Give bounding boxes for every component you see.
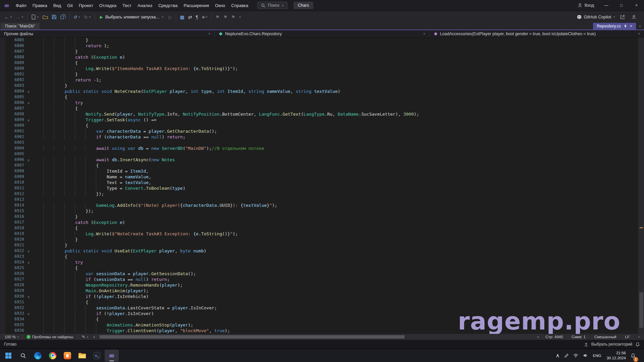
vertical-scrollbar[interactable] xyxy=(638,38,644,334)
code-line[interactable]: 6892 return -1; xyxy=(0,77,644,83)
new-file-button[interactable]: ∨ xyxy=(30,12,41,21)
code-line[interactable]: 6929 Main.OnAntiAnim(player); xyxy=(0,288,644,294)
code-line[interactable]: 6925 { xyxy=(0,265,644,271)
live-share-button[interactable] xyxy=(630,12,638,21)
open-file-button[interactable] xyxy=(41,12,50,21)
fold-chevron-icon[interactable]: ∨ xyxy=(24,100,33,106)
notification-center-button[interactable]: 1 xyxy=(629,351,638,361)
code-line[interactable]: 6923 { xyxy=(0,254,644,260)
code-line[interactable]: 6919 Log.Write($"NoteCreate Task#3 Excep… xyxy=(0,231,644,237)
fold-chevron-icon[interactable]: ∨ xyxy=(24,260,33,265)
column-indicator[interactable]: Симв: 1 xyxy=(567,334,590,340)
code-line[interactable]: 6889 { xyxy=(0,60,644,66)
code-line[interactable]: 6908 ItemId = ItemId, xyxy=(0,169,644,174)
code-line[interactable]: 6911 Type = Convert.ToBoolean(type) xyxy=(0,186,644,191)
start-button[interactable] xyxy=(1,350,15,362)
github-copilot-button[interactable]: GitHub Copilot ∨ xyxy=(577,14,615,20)
solution-view-button[interactable]: ▦ xyxy=(178,12,186,21)
menu-item[interactable]: Окно xyxy=(212,0,228,11)
code-line[interactable]: 6907 { xyxy=(0,163,644,169)
code-line[interactable]: 6912 }); xyxy=(0,191,644,197)
menu-item[interactable]: Расширения xyxy=(180,0,212,11)
line-ending-mode-indicator[interactable]: Смешанный xyxy=(590,334,621,340)
code-line[interactable]: 6927 if (sessionData == null) return; xyxy=(0,277,644,283)
navigate-back-button[interactable]: ←∨ xyxy=(3,12,14,21)
code-line[interactable]: 6918 { xyxy=(0,226,644,231)
close-button[interactable]: × xyxy=(629,0,644,11)
code-line[interactable]: 6914 GameLog.AddInfo($"(Note) player({ch… xyxy=(0,203,644,208)
member-dropdown[interactable]: LoadAccessories(ExtPlayer player, bool g… xyxy=(430,30,644,37)
split-window-button[interactable]: ▫ xyxy=(634,334,644,340)
code-line[interactable]: 6899∨ Trigger.SetTask(async () => xyxy=(0,117,644,123)
taskbar-search-button[interactable] xyxy=(16,350,30,362)
code-line[interactable]: 6926 var sessionData = player.GetSession… xyxy=(0,271,644,277)
code-line[interactable]: 6886 return 1; xyxy=(0,43,644,49)
code-line[interactable]: 6888 catch (Exception e) xyxy=(0,55,644,60)
menu-item[interactable]: Вид xyxy=(50,0,64,11)
line-indicator[interactable]: Стр: 4945 xyxy=(541,334,567,340)
code-line[interactable]: 6902 if (characterData == null) return; xyxy=(0,134,644,140)
menu-item[interactable]: Справка xyxy=(228,0,251,11)
notifications-bell-icon[interactable] xyxy=(635,342,640,347)
code-line[interactable]: 6915 }); xyxy=(0,208,644,214)
close-tab-icon[interactable]: × xyxy=(630,24,632,28)
document-tab-active[interactable]: Repository.cs × xyxy=(593,23,636,29)
code-line[interactable]: 6897 { xyxy=(0,106,644,112)
code-line[interactable]: 6896∨ try xyxy=(0,100,644,106)
code-line[interactable]: 6931 { xyxy=(0,300,644,305)
vertical-scrollbar-thumb[interactable] xyxy=(639,292,643,328)
navigate-forward-button[interactable]: →∨ xyxy=(14,12,25,21)
fold-chevron-icon[interactable]: ∨ xyxy=(24,89,33,95)
bookmark-button[interactable]: ⚑ xyxy=(214,12,221,21)
save-all-button[interactable] xyxy=(59,12,67,21)
menu-item[interactable]: Правка xyxy=(30,0,50,11)
fold-chevron-icon[interactable]: ∨ xyxy=(24,294,33,300)
show-whitespace-button[interactable]: ¶ xyxy=(194,12,200,21)
edge-button[interactable] xyxy=(31,350,45,362)
next-bookmark-button[interactable]: ⚑ xyxy=(229,12,237,21)
code-line[interactable]: 6898 Notify.Send(player, NotifyType.Info… xyxy=(0,112,644,117)
terminal-button[interactable]: >_ xyxy=(90,350,104,362)
menu-item[interactable]: Файл xyxy=(13,0,30,11)
start-debug-button[interactable]: ▶ Выбрать элемент запуска... ∨ xyxy=(97,12,167,21)
code-line[interactable]: 6920 } xyxy=(0,237,644,243)
clock[interactable]: 21:56 30.12.2024 xyxy=(604,351,628,360)
fold-chevron-icon[interactable]: ∨ xyxy=(24,117,33,123)
undo-button[interactable]: ↺∨ xyxy=(72,12,82,21)
redo-button[interactable]: ↻∨ xyxy=(82,12,93,21)
menu-item[interactable]: Тест xyxy=(119,0,135,11)
document-health-indicator[interactable]: ✓ Проблемы не найдены. xyxy=(24,334,77,340)
pin-icon[interactable] xyxy=(624,24,627,28)
code-line[interactable]: 6901 var characterData = player.GetChara… xyxy=(0,129,644,134)
minimize-button[interactable]: — xyxy=(599,0,614,11)
code-line[interactable]: 6910 Text = textValue, xyxy=(0,180,644,186)
save-button[interactable] xyxy=(50,12,58,21)
menu-item[interactable]: Отладка xyxy=(96,0,119,11)
menu-item[interactable]: Git xyxy=(64,0,76,11)
scroll-left-icon[interactable]: ◂ xyxy=(93,335,95,339)
code-line[interactable]: 6905 xyxy=(0,152,644,157)
tray-expand-button[interactable]: ∧ xyxy=(554,351,561,361)
eol-indicator[interactable]: LF xyxy=(621,334,634,340)
sign-in-button[interactable]: Вход xyxy=(573,3,599,8)
visual-studio-button[interactable]: ∞ xyxy=(105,350,119,362)
switch-view-button[interactable]: ⇄ xyxy=(186,12,194,21)
orange-app-button[interactable] xyxy=(60,350,74,362)
type-dropdown[interactable]: NeptuneEvo.Chars.Repository ∨ xyxy=(215,30,429,37)
code-editor[interactable]: 6885 }6886 return 1;6887 }6888 catch (Ex… xyxy=(0,38,644,334)
code-line[interactable]: 6900 { xyxy=(0,123,644,129)
code-line[interactable]: 6930∨ if (!player.IsInVehicle) xyxy=(0,294,644,300)
horizontal-scrollbar-thumb[interactable] xyxy=(100,335,405,339)
horizontal-scrollbar[interactable]: ◂ ▸ xyxy=(93,335,539,339)
code-line[interactable]: 6928 WeaponRepository.RemoveHands(player… xyxy=(0,283,644,288)
code-line[interactable]: 6913 xyxy=(0,197,644,203)
menu-item[interactable]: Средства xyxy=(155,0,181,11)
send-feedback-button[interactable] xyxy=(619,12,627,21)
zoom-control[interactable]: 100 % ∨ xyxy=(2,334,21,340)
code-line[interactable]: 6906∨ await db.InsertAsync(new Notes xyxy=(0,157,644,163)
code-line[interactable]: 6904 await using var db = new ServerBD("… xyxy=(0,146,644,152)
code-line[interactable]: 6891 } xyxy=(0,72,644,77)
start-without-debug-button[interactable]: ▷ xyxy=(167,12,174,21)
language-indicator[interactable]: ENG xyxy=(591,354,603,358)
tray-pen-icon[interactable] xyxy=(563,351,570,361)
